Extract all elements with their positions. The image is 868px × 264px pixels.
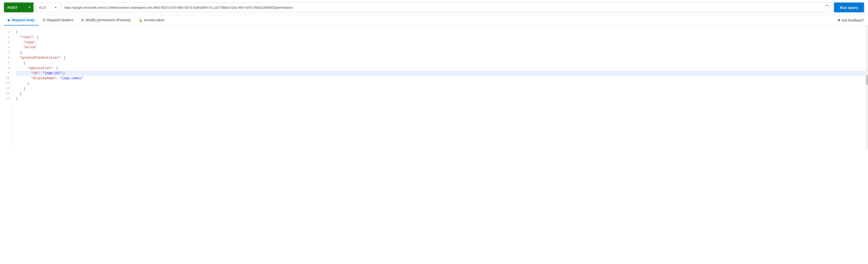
code-line-9: "id": "{app-id}", [16, 71, 868, 76]
code-line-7: { [16, 60, 868, 66]
version-label: v1.0 [39, 5, 45, 9]
tab-request-headers[interactable]: ☰ Request headers [39, 15, 78, 25]
access-token-icon: 🔒 [138, 18, 143, 22]
loading-spinner-icon [825, 5, 830, 10]
code-line-1: { [16, 30, 868, 35]
method-label: POST [7, 5, 18, 10]
line-number: 5 [6, 50, 11, 55]
line-number: 10 [4, 76, 11, 81]
code-line-14: } [16, 97, 868, 102]
scrollbar-thumb[interactable] [866, 75, 868, 85]
line-number: 13 [4, 91, 11, 97]
request-body-icon: ▶ [8, 18, 10, 22]
method-dropdown[interactable]: POST ▾ [4, 2, 34, 12]
version-chevron-icon: ▾ [55, 6, 57, 9]
code-editor[interactable]: { "roles": [ "read", "write" ], "granted… [12, 26, 868, 149]
tabs-bar: ▶ Request body ☰ Request headers ⚙ Modif… [0, 15, 868, 26]
code-line-5: ], [16, 50, 868, 55]
line-numbers: 1 2 3 4 5 6 7 8 9 10 11 12 13 14 [0, 26, 12, 149]
line-number: 12 [4, 86, 11, 91]
editor-container: 1 2 3 4 5 6 7 8 9 10 11 12 13 14 { "role… [0, 26, 868, 149]
code-line-4: "write" [16, 45, 868, 50]
toolbar: POST ▾ v1.0 ▾ Run query [0, 0, 868, 15]
code-line-6: "grantedToIdentities": [ [16, 55, 868, 60]
tab-access-token[interactable]: 🔒 Access token [135, 15, 168, 25]
version-dropdown[interactable]: v1.0 ▾ [35, 2, 60, 12]
line-number: 1 [6, 30, 11, 35]
line-number: 6 [6, 55, 11, 60]
tab-request-headers-label: Request headers [47, 18, 73, 22]
tab-modify-permissions-label: Modify permissions (Preview) [86, 18, 131, 22]
tab-modify-permissions[interactable]: ⚙ Modify permissions (Preview) [77, 15, 135, 25]
code-line-8: "application": { [16, 66, 868, 71]
feedback-area[interactable]: ♥ Got feedback? [838, 18, 864, 23]
line-number: 8 [6, 66, 11, 71]
code-line-13: ] [16, 91, 868, 97]
code-line-11: } [16, 81, 868, 86]
line-number: 14 [4, 97, 11, 102]
tab-access-token-label: Access token [144, 18, 164, 22]
tab-request-body[interactable]: ▶ Request body [4, 15, 39, 25]
feedback-label: Got feedback? [842, 18, 864, 22]
method-chevron-icon: ▾ [29, 6, 30, 9]
code-line-12: ] [16, 86, 868, 91]
line-number: 11 [4, 81, 11, 86]
url-input-container [62, 2, 832, 12]
code-line-10: "displayName": "{app-name}" [16, 76, 868, 81]
request-headers-icon: ☰ [43, 18, 45, 22]
line-number: 3 [6, 40, 11, 45]
line-number: 2 [6, 35, 11, 40]
modify-permissions-icon: ⚙ [81, 18, 84, 22]
url-input[interactable] [64, 6, 825, 9]
line-number: 7 [6, 60, 11, 66]
line-number: 4 [6, 45, 11, 50]
line-number: 9 [6, 71, 11, 76]
run-query-button[interactable]: Run query [834, 2, 864, 12]
heart-icon: ♥ [838, 18, 840, 23]
code-line-2: "roles": [ [16, 35, 868, 40]
code-line-3: "read", [16, 40, 868, 45]
tab-request-body-label: Request body [12, 18, 35, 22]
scrollbar-track[interactable] [866, 26, 868, 149]
